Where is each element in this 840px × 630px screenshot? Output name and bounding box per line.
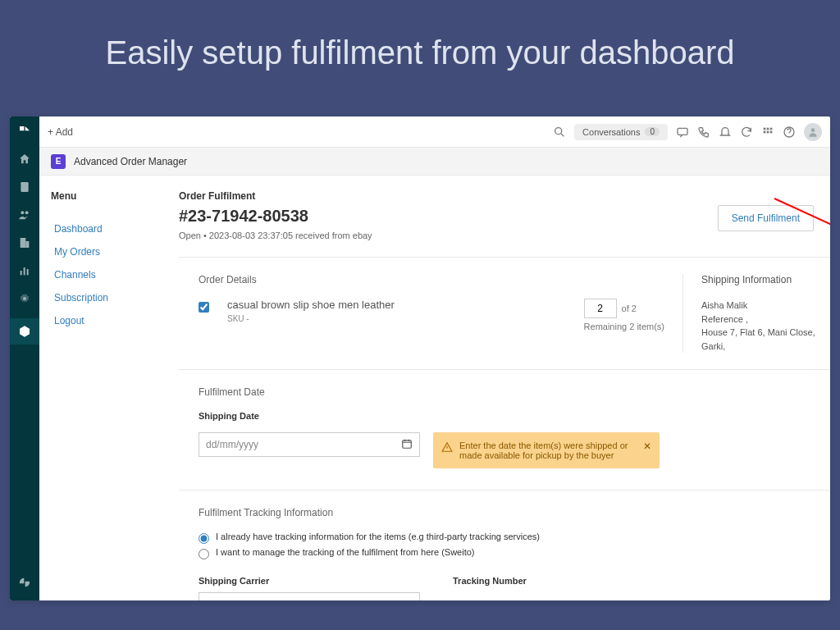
content: Menu Dashboard My Orders Channels Subscr…	[39, 176, 830, 600]
svg-rect-6	[24, 267, 25, 275]
hero-title: Easily setup fulfilment from your dashbo…	[0, 0, 840, 96]
svg-point-9	[555, 127, 562, 134]
shipping-date-label: Shipping Date	[199, 411, 660, 421]
shipping-panel: Shipping Information Aisha Malik Referen…	[682, 274, 830, 353]
svg-rect-4	[25, 241, 29, 248]
tracking-number-label: Tracking Number	[453, 576, 527, 586]
menu-item-dashboard[interactable]: Dashboard	[51, 221, 167, 236]
menu-item-channels[interactable]: Channels	[51, 267, 167, 282]
tracking-radio-existing[interactable]	[199, 533, 209, 544]
svg-rect-12	[767, 127, 769, 130]
app-icon: E	[51, 154, 66, 169]
app-window: + Add Conversations 0 E Advanced Order M…	[10, 116, 830, 600]
shipping-title: Shipping Information	[701, 274, 819, 285]
help-icon[interactable]	[783, 126, 796, 139]
fulfilment-date-section: Fulfilment Date Shipping Date dd/mm/yyyy…	[179, 370, 679, 468]
analytics-icon[interactable]	[16, 262, 33, 279]
pre-title: Order Fulfilment	[179, 190, 718, 202]
carrier-select[interactable]: ~ Select Shipping Carrier ~	[199, 592, 420, 600]
qty-block: of 2 Remaining 2 item(s)	[584, 299, 664, 331]
qty-remaining: Remaining 2 item(s)	[584, 322, 664, 331]
alert-text: Enter the date the item(s) were shipped …	[459, 441, 628, 460]
subheader: E Advanced Order Manager	[39, 148, 830, 176]
topbar: + Add Conversations 0	[39, 116, 830, 148]
shipping-reference: Reference ,	[701, 313, 819, 326]
add-button[interactable]: + Add	[48, 126, 73, 138]
chat-icon[interactable]	[676, 126, 689, 139]
main: Order Fulfilment #23-71942-80538 Open • …	[179, 176, 830, 600]
page-header: Order Fulfilment #23-71942-80538 Open • …	[179, 190, 830, 240]
item-name: casual brown slip shoe men leather	[227, 299, 395, 311]
tracking-section: Fulfilment Tracking Information I alread…	[179, 491, 679, 600]
tracking-option-manage-label: I want to manage the tracking of the ful…	[216, 547, 474, 557]
tracking-radio-manage[interactable]	[199, 549, 209, 559]
order-meta: Open • 2023-08-03 23:37:05 received from…	[179, 231, 718, 240]
package-icon[interactable]	[10, 318, 39, 345]
gear-icon[interactable]	[16, 290, 33, 307]
menu-panel: Menu Dashboard My Orders Channels Subscr…	[39, 176, 179, 600]
search-icon[interactable]	[553, 126, 566, 139]
home-icon[interactable]	[16, 151, 33, 167]
carrier-label: Shipping Carrier	[199, 576, 420, 586]
svg-rect-0	[21, 182, 28, 192]
svg-rect-16	[770, 130, 773, 133]
close-icon[interactable]: ✕	[643, 441, 651, 452]
svg-point-2	[25, 211, 29, 214]
svg-rect-11	[764, 127, 766, 130]
svg-rect-14	[764, 130, 766, 133]
menu-title: Menu	[51, 190, 167, 202]
shipping-line2: Garki,	[701, 340, 819, 354]
tracking-option-existing-label: I already have tracking information for …	[216, 532, 540, 541]
refresh-icon[interactable]	[740, 126, 753, 139]
date-placeholder: dd/mm/yyyy	[206, 439, 258, 450]
zendesk-icon[interactable]	[16, 574, 33, 591]
order-line: casual brown slip shoe men leather SKU -…	[199, 299, 664, 331]
qty-of: of 2	[622, 304, 637, 313]
menu-item-logout[interactable]: Logout	[51, 313, 167, 328]
menu-item-my-orders[interactable]: My Orders	[51, 244, 167, 259]
order-card: Order Details casual brown slip shoe men…	[179, 257, 830, 353]
line-checkbox[interactable]	[199, 302, 209, 313]
tracking-title: Fulfilment Tracking Information	[199, 507, 660, 518]
svg-rect-15	[767, 130, 769, 133]
tracking-option-existing[interactable]: I already have tracking information for …	[199, 532, 660, 544]
send-fulfilment-button[interactable]: Send Fulfilment	[718, 205, 814, 231]
logo-icon[interactable]	[16, 123, 33, 139]
warning-icon	[441, 441, 453, 453]
order-number: #23-71942-80538	[179, 207, 718, 226]
conversations-label: Conversations	[582, 127, 640, 137]
doc-icon[interactable]	[16, 179, 33, 195]
svg-point-18	[811, 128, 815, 132]
users-icon[interactable]	[16, 207, 33, 223]
svg-point-1	[21, 211, 24, 214]
svg-rect-7	[27, 269, 29, 275]
svg-rect-5	[21, 271, 22, 275]
apps-icon[interactable]	[761, 126, 774, 139]
conversations-count: 0	[645, 127, 660, 136]
svg-rect-13	[770, 127, 773, 130]
app-sidebar	[10, 116, 39, 600]
svg-rect-19	[403, 440, 412, 447]
bell-icon[interactable]	[719, 126, 732, 139]
calendar-icon	[401, 438, 413, 452]
shipping-line1: House 7, Flat 6, Mani Close,	[701, 326, 819, 340]
fulfilment-date-title: Fulfilment Date	[199, 386, 660, 398]
menu-item-subscription[interactable]: Subscription	[51, 290, 167, 305]
conversations-pill[interactable]: Conversations 0	[574, 124, 668, 140]
app-name: Advanced Order Manager	[74, 156, 187, 167]
avatar[interactable]	[804, 123, 822, 141]
phone-icon[interactable]	[697, 126, 710, 139]
building-icon[interactable]	[16, 235, 33, 251]
date-alert: Enter the date the item(s) were shipped …	[433, 432, 660, 468]
shipping-date-input[interactable]: dd/mm/yyyy	[199, 432, 420, 457]
svg-rect-3	[21, 238, 26, 248]
shipping-name: Aisha Malik	[701, 299, 819, 313]
svg-rect-10	[678, 128, 687, 135]
qty-input[interactable]	[584, 299, 617, 318]
tracking-option-manage[interactable]: I want to manage the tracking of the ful…	[199, 547, 660, 559]
item-sku: SKU -	[227, 314, 395, 323]
order-details-title: Order Details	[199, 274, 664, 285]
